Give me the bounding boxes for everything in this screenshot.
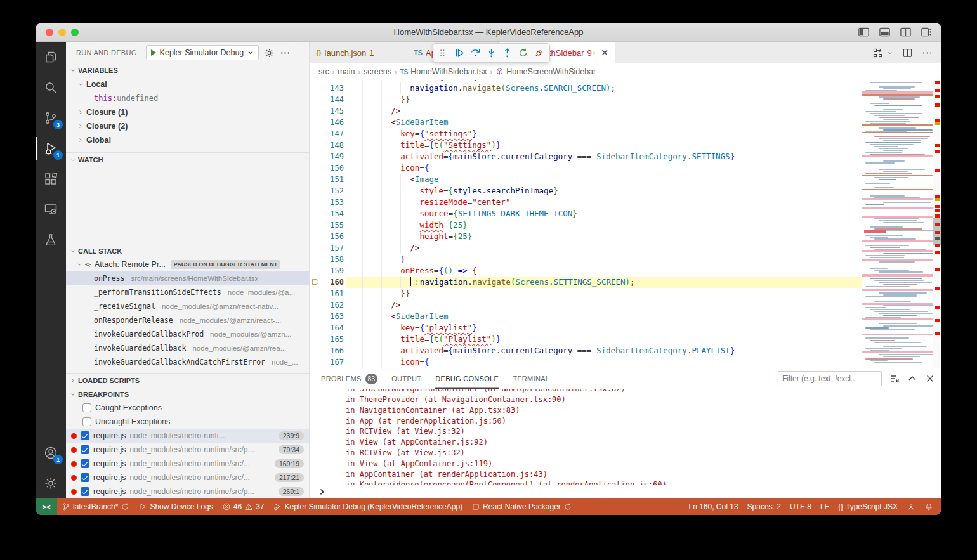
status-item-branch[interactable]: latestBranch*	[57, 498, 134, 515]
start-debug-icon[interactable]	[151, 49, 156, 56]
activity-item-explorer[interactable]	[36, 42, 66, 72]
code-text[interactable]: onPress={() => {	[346, 265, 862, 277]
split-editor-icon[interactable]	[902, 48, 913, 58]
activity-item-testing[interactable]	[36, 225, 66, 255]
code-text[interactable]: <SideBarItem	[346, 311, 862, 322]
gear-icon[interactable]	[264, 48, 275, 58]
close-window-button[interactable]	[46, 29, 53, 36]
code-line-167[interactable]: 167icon={	[310, 356, 862, 368]
gutter-glyph[interactable]	[310, 277, 324, 288]
section-call-stack[interactable]: CALL STACK	[66, 244, 309, 257]
gutter-glyph[interactable]	[310, 334, 324, 345]
editor-tab-launch-json[interactable]: {}launch.json1	[310, 42, 407, 63]
code-text[interactable]: />	[346, 299, 862, 311]
panel-tab-output[interactable]: OUTPUT	[391, 368, 421, 389]
call-stack-frame[interactable]: _receiveSignalnode_modules/@amzn/react-n…	[66, 299, 309, 313]
code-text[interactable]: }	[346, 254, 862, 265]
gutter-glyph[interactable]	[310, 265, 324, 277]
code-line-158[interactable]: 158}	[310, 254, 862, 265]
code-line-161[interactable]: 161}}	[310, 288, 862, 299]
code-line-154[interactable]: 154source={SETTINGS_DARK_THEME_ICON}	[310, 208, 862, 219]
code-line-152[interactable]: 152style={styles.searchPinImage}	[310, 185, 862, 197]
exception-breakpoint-row[interactable]: Caught Exceptions	[66, 401, 309, 415]
code-text[interactable]: key={"playlist"}	[346, 322, 862, 334]
gutter-glyph[interactable]	[310, 242, 324, 254]
call-stack-frame[interactable]: onPresssrc/main/screens/HomeWithSidebar.…	[66, 271, 309, 285]
gutter-glyph[interactable]	[310, 140, 324, 151]
more-actions-icon[interactable]	[280, 48, 291, 58]
activity-item-source-control[interactable]: 3	[36, 103, 66, 133]
gutter-glyph[interactable]	[310, 94, 324, 105]
debug-step-into-button[interactable]	[483, 45, 499, 61]
toggle-panel-icon[interactable]	[879, 26, 891, 38]
code-text[interactable]: height={25}	[346, 231, 862, 242]
gutter-glyph[interactable]	[310, 197, 324, 208]
code-line-164[interactable]: 164key={"playlist"}	[310, 322, 862, 334]
status-item-language-mode[interactable]: {}TypeScript JSX	[834, 498, 902, 515]
code-line-156[interactable]: 156height={25}	[310, 231, 862, 242]
breadcrumb-item-homescreenwithsidebar[interactable]: HomeScreenWithSidebar	[495, 67, 596, 76]
checkbox-unchecked[interactable]	[82, 417, 91, 426]
code-line-150[interactable]: 150icon={	[310, 162, 862, 174]
panel-tab-debug-console[interactable]: DEBUG CONSOLE	[435, 368, 499, 389]
section-breakpoints[interactable]: BREAKPOINTS	[66, 387, 309, 401]
code-text[interactable]: title={t("Settings")}	[346, 140, 862, 151]
console-filter-input[interactable]: Filter (e.g. text, !excl...	[778, 371, 882, 386]
section-loaded-scripts[interactable]: LOADED SCRIPTS	[66, 373, 309, 387]
code-line-162[interactable]: 162/>	[310, 299, 862, 311]
code-text[interactable]: source={SETTINGS_DARK_THEME_ICON}	[346, 208, 862, 219]
code-line-155[interactable]: 155width={25}	[310, 219, 862, 231]
checkbox-checked[interactable]	[81, 487, 89, 496]
debug-restart-button[interactable]	[515, 45, 531, 61]
status-item-problems[interactable]: 4637	[218, 498, 269, 515]
debug-console-output[interactable]: in SidebarNavigationContainer (at Naviga…	[310, 389, 941, 485]
code-line-148[interactable]: 148title={t("Settings")}	[310, 140, 862, 151]
checkbox-checked[interactable]	[81, 473, 89, 482]
debug-console-input-row[interactable]	[310, 485, 941, 498]
code-text[interactable]: width={25}	[346, 219, 862, 231]
code-line-163[interactable]: 163<SideBarItem	[310, 311, 862, 322]
status-item-indentation[interactable]: Spaces: 2	[743, 498, 785, 515]
remove-breakpoint-icon[interactable]	[265, 431, 275, 441]
code-text[interactable]: }}	[346, 288, 862, 299]
code-text[interactable]: key={"settings"}	[346, 128, 862, 140]
status-item-notifications[interactable]	[920, 498, 938, 515]
code-line-166[interactable]: 166activated={mainStore.currentCategory …	[310, 345, 862, 356]
gutter-glyph[interactable]	[310, 174, 324, 185]
code-text[interactable]: navigation.navigate(Screens.SETTINGS_SCR…	[346, 277, 862, 288]
checkbox-checked[interactable]	[81, 431, 89, 440]
call-stack-frame[interactable]: onResponderReleasenode_modules/@amzn/rea…	[66, 313, 309, 327]
exception-breakpoint-row[interactable]: Uncaught Exceptions	[66, 415, 309, 429]
debug-step-out-button[interactable]	[499, 45, 515, 61]
code-line-159[interactable]: 159onPress={() => {	[310, 265, 862, 277]
variables-scope-row[interactable]: Closure (2)	[66, 119, 309, 133]
overview-ruler[interactable]	[933, 80, 941, 368]
checkbox-checked[interactable]	[81, 459, 89, 468]
variable-row[interactable]: this: undefined	[66, 91, 309, 105]
code-text[interactable]: />	[346, 242, 862, 254]
breakpoint-row[interactable]: require.jsnode_modules/metro-runtime/src…	[66, 471, 309, 485]
gutter-glyph[interactable]	[310, 162, 324, 174]
run-or-debug-dropdown-icon[interactable]	[872, 48, 883, 58]
remote-indicator[interactable]: ><	[36, 498, 57, 515]
code-line-145[interactable]: 145/>	[310, 105, 862, 117]
breakpoint-row[interactable]: require.jsnode_modules/metro-runti...239…	[66, 429, 309, 443]
variables-scope-row[interactable]: Closure (1)	[66, 105, 309, 119]
debug-step-over-button[interactable]	[468, 45, 483, 61]
code-line-151[interactable]: 151<Image	[310, 174, 862, 185]
variables-scope-row[interactable]: Local	[66, 77, 309, 91]
section-watch[interactable]: WATCH	[66, 152, 309, 166]
status-item-eol[interactable]: LF	[816, 498, 834, 515]
gutter-glyph[interactable]	[310, 231, 324, 242]
activity-item-search[interactable]	[36, 72, 66, 103]
activity-item-remote-explorer[interactable]	[36, 194, 66, 225]
code-text[interactable]: icon={	[346, 162, 862, 174]
breakpoint-row[interactable]: require.jsnode_modules/metro-runtime/src…	[66, 443, 309, 457]
code-text[interactable]: activated={mainStore.currentCategory ===…	[346, 151, 862, 162]
activity-item-manage[interactable]	[36, 468, 66, 498]
gutter-glyph[interactable]	[310, 322, 324, 334]
code-line-147[interactable]: 147key={"settings"}	[310, 128, 862, 140]
gutter-glyph[interactable]	[310, 254, 324, 265]
code-line-146[interactable]: 146<SideBarItem	[310, 117, 862, 128]
breadcrumb-item-src[interactable]: src	[318, 67, 329, 76]
